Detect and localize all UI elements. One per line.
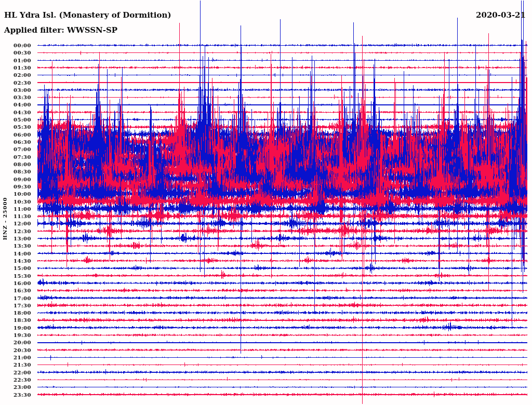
time-label: 17:30 bbox=[0, 303, 31, 308]
time-label: 14:00 bbox=[0, 251, 31, 256]
time-label: 13:00 bbox=[0, 236, 31, 241]
time-label: 18:00 bbox=[0, 310, 31, 316]
time-label: 18:30 bbox=[0, 317, 31, 323]
time-label: 03:00 bbox=[0, 87, 31, 93]
time-label: 16:00 bbox=[0, 280, 31, 286]
time-label: 04:00 bbox=[0, 102, 31, 107]
time-label: 00:30 bbox=[0, 50, 31, 56]
time-label: 23:30 bbox=[0, 392, 31, 398]
seismogram-canvas bbox=[0, 0, 532, 405]
time-label: 08:00 bbox=[0, 161, 31, 167]
time-label: 04:30 bbox=[0, 110, 31, 115]
time-label: 10:00 bbox=[0, 191, 31, 197]
time-label: 11:00 bbox=[0, 206, 31, 212]
time-label: 12:30 bbox=[0, 228, 31, 234]
date-label: 2020-03-21 bbox=[476, 10, 526, 20]
time-label: 01:00 bbox=[0, 58, 31, 63]
time-label: 09:00 bbox=[0, 177, 31, 182]
time-label: 03:30 bbox=[0, 95, 31, 100]
time-label: 16:30 bbox=[0, 288, 31, 293]
time-label: 02:30 bbox=[0, 80, 31, 86]
time-label: 17:00 bbox=[0, 295, 31, 301]
time-label: 07:00 bbox=[0, 146, 31, 152]
time-label: 00:00 bbox=[0, 43, 31, 48]
time-label: 12:00 bbox=[0, 221, 31, 226]
time-label: 19:00 bbox=[0, 325, 31, 331]
time-label: 07:30 bbox=[0, 154, 31, 160]
time-label: 01:30 bbox=[0, 65, 31, 71]
station-title: HL Ydra Isl. (Monastery of Dormition) bbox=[4, 10, 171, 20]
filter-label: Applied filter: WWSSN-SP bbox=[4, 25, 117, 35]
time-label: 08:30 bbox=[0, 169, 31, 174]
time-label: 11:30 bbox=[0, 213, 31, 219]
time-label: 15:00 bbox=[0, 265, 31, 271]
time-label: 20:00 bbox=[0, 340, 31, 345]
time-label: 21:30 bbox=[0, 362, 31, 368]
time-label: 05:30 bbox=[0, 124, 31, 130]
time-label: 23:00 bbox=[0, 384, 31, 390]
time-label: 19:30 bbox=[0, 332, 31, 338]
time-label: 02:00 bbox=[0, 72, 31, 78]
time-label: 09:30 bbox=[0, 184, 31, 190]
time-label: 06:00 bbox=[0, 132, 31, 138]
time-label: 22:30 bbox=[0, 377, 31, 383]
time-label: 05:00 bbox=[0, 117, 31, 123]
time-label: 20:30 bbox=[0, 347, 31, 353]
time-label: 06:30 bbox=[0, 139, 31, 145]
time-label: 13:30 bbox=[0, 243, 31, 249]
time-label: 14:30 bbox=[0, 258, 31, 264]
time-label: 10:30 bbox=[0, 199, 31, 205]
time-label: 15:30 bbox=[0, 273, 31, 279]
time-label: 22:00 bbox=[0, 370, 31, 375]
time-label: 21:00 bbox=[0, 355, 31, 360]
helicorder-plot: HL Ydra Isl. (Monastery of Dormition) Ap… bbox=[0, 0, 532, 405]
